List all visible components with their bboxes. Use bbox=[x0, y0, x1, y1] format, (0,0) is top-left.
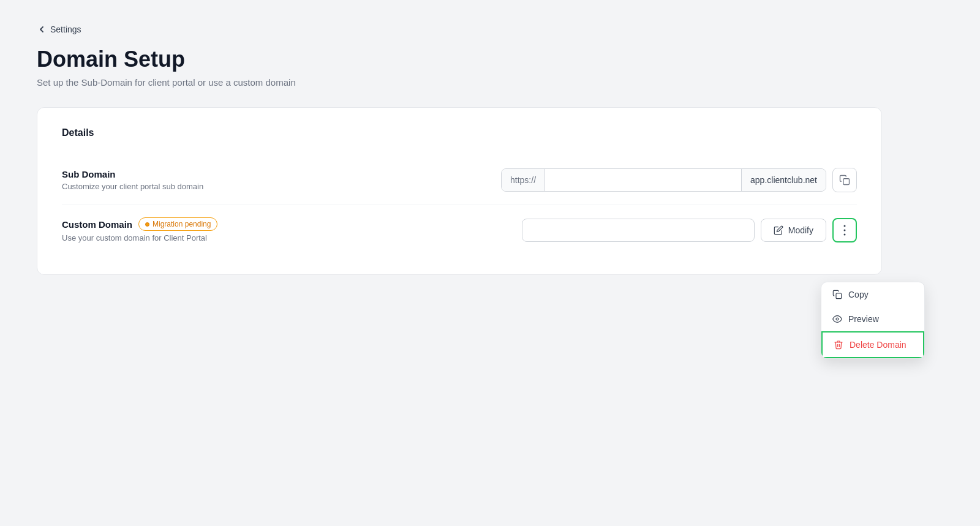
card-title: Details bbox=[62, 127, 857, 138]
svg-point-3 bbox=[844, 233, 846, 235]
sub-domain-suffix: app.clientclub.net bbox=[741, 169, 826, 191]
eye-icon bbox=[832, 314, 842, 324]
back-link[interactable]: Settings bbox=[37, 24, 81, 34]
preview-label: Preview bbox=[848, 314, 879, 324]
copy-menu-icon bbox=[832, 290, 842, 299]
chevron-left-icon bbox=[37, 24, 47, 34]
sub-domain-label: Sub Domain bbox=[62, 169, 203, 179]
copy-icon bbox=[839, 175, 850, 186]
page-container: Settings Domain Setup Set up the Sub-Dom… bbox=[0, 0, 919, 299]
custom-domain-label: Custom Domain Migration pending bbox=[62, 217, 217, 231]
page-title: Domain Setup bbox=[37, 47, 882, 72]
back-label: Settings bbox=[50, 24, 81, 34]
svg-rect-4 bbox=[836, 293, 842, 299]
sub-domain-row: Sub Domain Customize your client portal … bbox=[62, 156, 857, 205]
sub-domain-prefix: https:// bbox=[502, 169, 545, 191]
more-options-button[interactable] bbox=[832, 218, 857, 242]
details-card: Details Sub Domain Customize your client… bbox=[37, 107, 882, 275]
custom-domain-row: Custom Domain Migration pending Use your… bbox=[62, 205, 857, 255]
sub-domain-left: Sub Domain Customize your client portal … bbox=[62, 169, 203, 191]
edit-icon bbox=[774, 225, 783, 235]
dropdown-delete[interactable]: Delete Domain bbox=[821, 331, 924, 358]
delete-label: Delete Domain bbox=[850, 340, 907, 350]
migration-badge: Migration pending bbox=[138, 217, 217, 231]
custom-domain-left: Custom Domain Migration pending Use your… bbox=[62, 217, 217, 242]
dropdown-preview[interactable]: Preview bbox=[821, 307, 924, 331]
custom-domain-description: Use your custom domain for Client Portal bbox=[62, 233, 217, 242]
sub-domain-copy-button[interactable] bbox=[832, 168, 857, 192]
custom-domain-right: Modify bbox=[522, 218, 857, 242]
sub-domain-description: Customize your client portal sub domain bbox=[62, 182, 203, 191]
trash-icon bbox=[834, 340, 843, 350]
custom-domain-input[interactable] bbox=[522, 219, 755, 242]
sub-domain-input-group: https:// app.clientclub.net bbox=[501, 168, 826, 192]
sub-domain-input[interactable] bbox=[545, 169, 741, 191]
sub-domain-right: https:// app.clientclub.net bbox=[501, 168, 857, 192]
dropdown-copy[interactable]: Copy bbox=[821, 282, 924, 307]
migration-dot bbox=[145, 222, 149, 227]
copy-label: Copy bbox=[848, 290, 869, 299]
svg-point-5 bbox=[836, 318, 839, 320]
svg-point-1 bbox=[844, 225, 846, 227]
migration-badge-text: Migration pending bbox=[153, 220, 211, 228]
dropdown-menu: Copy Preview Delete Domain bbox=[821, 282, 925, 359]
modify-button[interactable]: Modify bbox=[761, 219, 826, 242]
more-icon bbox=[843, 225, 846, 236]
page-subtitle: Set up the Sub-Domain for client portal … bbox=[37, 77, 882, 88]
svg-point-2 bbox=[844, 229, 846, 231]
svg-rect-0 bbox=[843, 179, 850, 185]
